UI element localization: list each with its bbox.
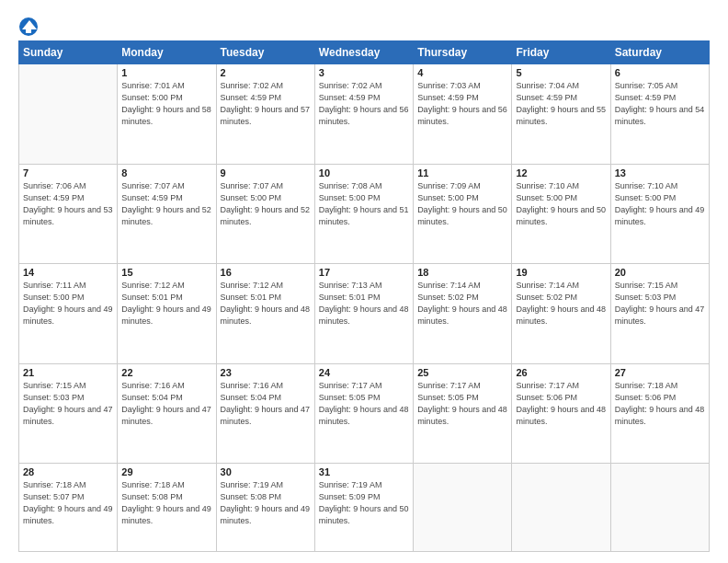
week-row-2: 7 Sunrise: 7:06 AMSunset: 4:59 PMDayligh…: [19, 164, 710, 264]
day-info: Sunrise: 7:16 AMSunset: 5:04 PMDaylight:…: [221, 381, 311, 426]
logo: [18, 17, 42, 37]
day-number: 10: [319, 167, 409, 178]
day-info: Sunrise: 7:19 AMSunset: 5:08 PMDaylight:…: [221, 480, 311, 525]
day-cell: 18 Sunrise: 7:14 AMSunset: 5:02 PMDaylig…: [414, 264, 512, 364]
day-info: Sunrise: 7:02 AMSunset: 4:59 PMDaylight:…: [221, 81, 311, 126]
day-cell: 30 Sunrise: 7:19 AMSunset: 5:08 PMDaylig…: [216, 464, 314, 552]
day-cell: [610, 464, 709, 552]
day-info: Sunrise: 7:17 AMSunset: 5:05 PMDaylight:…: [319, 381, 409, 426]
day-info: Sunrise: 7:16 AMSunset: 5:04 PMDaylight:…: [121, 381, 211, 426]
day-cell: 11 Sunrise: 7:09 AMSunset: 5:00 PMDaylig…: [414, 164, 512, 264]
header-day-monday: Monday: [118, 41, 216, 64]
day-cell: 23 Sunrise: 7:16 AMSunset: 5:04 PMDaylig…: [216, 363, 314, 464]
day-number: 20: [615, 267, 705, 278]
day-cell: 16 Sunrise: 7:12 AMSunset: 5:01 PMDaylig…: [216, 264, 314, 364]
day-info: Sunrise: 7:10 AMSunset: 5:00 PMDaylight:…: [516, 181, 606, 226]
day-info: Sunrise: 7:18 AMSunset: 5:06 PMDaylight:…: [615, 381, 705, 426]
week-row-3: 14 Sunrise: 7:11 AMSunset: 5:00 PMDaylig…: [19, 264, 710, 364]
day-cell: 21 Sunrise: 7:15 AMSunset: 5:03 PMDaylig…: [19, 363, 118, 464]
day-cell: 7 Sunrise: 7:06 AMSunset: 4:59 PMDayligh…: [19, 164, 118, 264]
day-cell: 1 Sunrise: 7:01 AMSunset: 5:00 PMDayligh…: [118, 64, 216, 165]
day-cell: 27 Sunrise: 7:18 AMSunset: 5:06 PMDaylig…: [610, 363, 709, 464]
day-number: 27: [615, 367, 705, 378]
day-cell: 15 Sunrise: 7:12 AMSunset: 5:01 PMDaylig…: [118, 264, 216, 364]
week-row-1: 1 Sunrise: 7:01 AMSunset: 5:00 PMDayligh…: [19, 64, 710, 165]
day-number: 14: [23, 267, 113, 278]
day-cell: 22 Sunrise: 7:16 AMSunset: 5:04 PMDaylig…: [118, 363, 216, 464]
calendar-body: 1 Sunrise: 7:01 AMSunset: 5:00 PMDayligh…: [19, 64, 710, 552]
svg-rect-2: [26, 29, 31, 33]
day-info: Sunrise: 7:10 AMSunset: 5:00 PMDaylight:…: [615, 181, 705, 226]
day-number: 19: [516, 267, 606, 278]
day-number: 17: [319, 267, 409, 278]
day-number: 9: [221, 167, 311, 178]
day-number: 31: [319, 466, 409, 477]
day-cell: 19 Sunrise: 7:14 AMSunset: 5:02 PMDaylig…: [512, 264, 610, 364]
day-info: Sunrise: 7:11 AMSunset: 5:00 PMDaylight:…: [23, 281, 113, 326]
day-info: Sunrise: 7:19 AMSunset: 5:09 PMDaylight:…: [319, 480, 409, 525]
day-number: 2: [221, 67, 311, 78]
day-info: Sunrise: 7:03 AMSunset: 4:59 PMDaylight:…: [417, 81, 507, 126]
logo-icon: [18, 17, 39, 37]
day-info: Sunrise: 7:07 AMSunset: 5:00 PMDaylight:…: [221, 181, 311, 226]
day-info: Sunrise: 7:04 AMSunset: 4:59 PMDaylight:…: [516, 81, 606, 126]
day-number: 24: [319, 367, 409, 378]
day-info: Sunrise: 7:17 AMSunset: 5:06 PMDaylight:…: [516, 381, 606, 426]
day-number: 3: [319, 67, 409, 78]
day-number: 28: [23, 466, 113, 477]
day-number: 18: [417, 267, 507, 278]
day-number: 15: [121, 267, 211, 278]
day-cell: 9 Sunrise: 7:07 AMSunset: 5:00 PMDayligh…: [216, 164, 314, 264]
header-day-sunday: Sunday: [19, 41, 118, 64]
day-number: 22: [121, 367, 211, 378]
day-cell: 8 Sunrise: 7:07 AMSunset: 4:59 PMDayligh…: [118, 164, 216, 264]
header-day-wednesday: Wednesday: [314, 41, 413, 64]
day-info: Sunrise: 7:12 AMSunset: 5:01 PMDaylight:…: [121, 281, 211, 326]
day-info: Sunrise: 7:05 AMSunset: 4:59 PMDaylight:…: [615, 81, 705, 126]
header-day-thursday: Thursday: [414, 41, 512, 64]
day-cell: 25 Sunrise: 7:17 AMSunset: 5:05 PMDaylig…: [414, 363, 512, 464]
day-number: 5: [516, 67, 606, 78]
day-info: Sunrise: 7:18 AMSunset: 5:08 PMDaylight:…: [121, 480, 211, 525]
day-cell: [414, 464, 512, 552]
day-cell: [512, 464, 610, 552]
day-info: Sunrise: 7:06 AMSunset: 4:59 PMDaylight:…: [23, 181, 113, 226]
day-cell: 13 Sunrise: 7:10 AMSunset: 5:00 PMDaylig…: [610, 164, 709, 264]
day-info: Sunrise: 7:14 AMSunset: 5:02 PMDaylight:…: [516, 281, 606, 326]
day-info: Sunrise: 7:17 AMSunset: 5:05 PMDaylight:…: [417, 381, 507, 426]
day-cell: 4 Sunrise: 7:03 AMSunset: 4:59 PMDayligh…: [414, 64, 512, 165]
day-number: 29: [121, 466, 211, 477]
day-info: Sunrise: 7:01 AMSunset: 5:00 PMDaylight:…: [121, 81, 211, 126]
day-info: Sunrise: 7:18 AMSunset: 5:07 PMDaylight:…: [23, 480, 113, 525]
day-number: 25: [417, 367, 507, 378]
header: [18, 15, 710, 37]
week-row-5: 28 Sunrise: 7:18 AMSunset: 5:07 PMDaylig…: [19, 464, 710, 552]
day-number: 8: [121, 167, 211, 178]
day-cell: [19, 64, 118, 165]
day-cell: 3 Sunrise: 7:02 AMSunset: 4:59 PMDayligh…: [314, 64, 413, 165]
day-cell: 10 Sunrise: 7:08 AMSunset: 5:00 PMDaylig…: [314, 164, 413, 264]
day-number: 21: [23, 367, 113, 378]
day-cell: 24 Sunrise: 7:17 AMSunset: 5:05 PMDaylig…: [314, 363, 413, 464]
day-info: Sunrise: 7:07 AMSunset: 4:59 PMDaylight:…: [121, 181, 211, 226]
calendar-header: SundayMondayTuesdayWednesdayThursdayFrid…: [19, 41, 710, 64]
day-number: 7: [23, 167, 113, 178]
day-info: Sunrise: 7:02 AMSunset: 4:59 PMDaylight:…: [319, 81, 409, 126]
day-cell: 29 Sunrise: 7:18 AMSunset: 5:08 PMDaylig…: [118, 464, 216, 552]
day-number: 4: [417, 67, 507, 78]
day-number: 6: [615, 67, 705, 78]
day-cell: 2 Sunrise: 7:02 AMSunset: 4:59 PMDayligh…: [216, 64, 314, 165]
header-day-saturday: Saturday: [610, 41, 709, 64]
day-number: 16: [221, 267, 311, 278]
day-cell: 20 Sunrise: 7:15 AMSunset: 5:03 PMDaylig…: [610, 264, 709, 364]
day-cell: 26 Sunrise: 7:17 AMSunset: 5:06 PMDaylig…: [512, 363, 610, 464]
header-row: SundayMondayTuesdayWednesdayThursdayFrid…: [19, 41, 710, 64]
day-cell: 17 Sunrise: 7:13 AMSunset: 5:01 PMDaylig…: [314, 264, 413, 364]
header-day-tuesday: Tuesday: [216, 41, 314, 64]
day-cell: 31 Sunrise: 7:19 AMSunset: 5:09 PMDaylig…: [314, 464, 413, 552]
day-cell: 28 Sunrise: 7:18 AMSunset: 5:07 PMDaylig…: [19, 464, 118, 552]
header-day-friday: Friday: [512, 41, 610, 64]
day-info: Sunrise: 7:13 AMSunset: 5:01 PMDaylight:…: [319, 281, 409, 326]
day-number: 1: [121, 67, 211, 78]
week-row-4: 21 Sunrise: 7:15 AMSunset: 5:03 PMDaylig…: [19, 363, 710, 464]
